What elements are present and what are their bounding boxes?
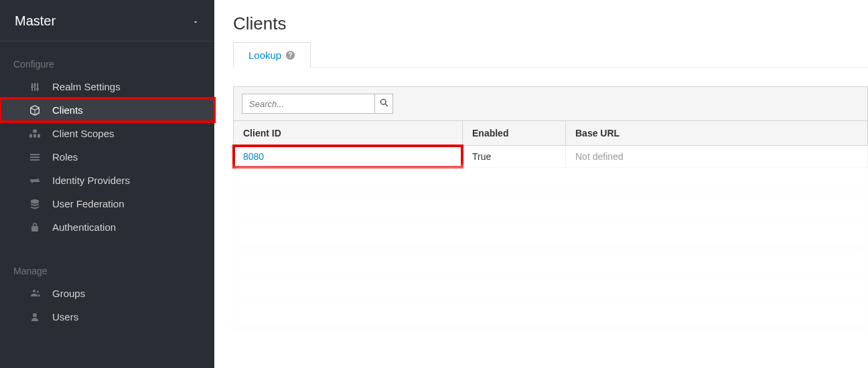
users-icon [29, 288, 40, 299]
blurred-rows [233, 168, 868, 329]
sidebar-item-label: User Federation [52, 198, 125, 209]
sliders-icon [29, 82, 40, 92]
th-enabled[interactable]: Enabled [463, 121, 566, 146]
chevron-down-icon [192, 17, 200, 25]
lock-icon [29, 222, 40, 233]
sidebar-item-roles[interactable]: Roles [0, 145, 214, 169]
user-icon [29, 312, 40, 323]
sidebar-item-label: Roles [52, 151, 78, 163]
database-icon [29, 199, 40, 209]
search-input[interactable] [242, 94, 374, 114]
realm-name: Master [15, 13, 56, 29]
cell-client-id[interactable]: 8080 [234, 146, 463, 168]
sidebar-item-realm-settings[interactable]: Realm Settings [0, 75, 214, 98]
sidebar: Master Configure Realm Settings Clients … [0, 0, 214, 368]
sidebar-item-label: Clients [52, 104, 83, 116]
exchange-icon [29, 175, 40, 186]
clients-table: Client ID Enabled Base URL 8080 True Not… [233, 120, 868, 168]
main-content: Clients Lookup ? [214, 0, 868, 368]
sidebar-item-label: Authentication [52, 221, 116, 233]
clients-panel: Client ID Enabled Base URL 8080 True Not… [233, 86, 868, 329]
sidebar-section-configure: Configure [0, 41, 214, 75]
sidebar-item-label: Users [52, 311, 78, 323]
page-title: Clients [233, 13, 868, 34]
sidebar-item-groups[interactable]: Groups [0, 282, 214, 305]
tabs: Lookup ? [233, 42, 868, 68]
sidebar-item-authentication[interactable]: Authentication [0, 215, 214, 239]
search-icon [380, 98, 388, 109]
sidebar-item-label: Client Scopes [52, 128, 115, 139]
cell-base-url: Not defined [566, 146, 868, 168]
search-bar [233, 86, 868, 120]
cubes-icon [29, 128, 40, 139]
cube-icon [29, 105, 40, 116]
th-base-url[interactable]: Base URL [566, 121, 868, 146]
sidebar-item-label: Realm Settings [52, 81, 121, 92]
sidebar-item-client-scopes[interactable]: Client Scopes [0, 122, 214, 145]
sidebar-section-manage: Manage [0, 239, 214, 282]
sidebar-item-users[interactable]: Users [0, 305, 214, 329]
table-header-row: Client ID Enabled Base URL [234, 121, 868, 146]
svg-text:?: ? [289, 52, 293, 59]
realm-selector[interactable]: Master [0, 0, 214, 41]
th-client-id[interactable]: Client ID [234, 121, 463, 146]
tab-lookup[interactable]: Lookup ? [233, 42, 311, 68]
tab-label: Lookup [248, 50, 281, 61]
table-row: 8080 True Not defined [234, 146, 868, 168]
list-icon [29, 152, 40, 163]
cell-enabled: True [463, 146, 566, 168]
sidebar-item-label: Groups [52, 288, 85, 299]
help-icon[interactable]: ? [285, 50, 295, 60]
sidebar-item-identity-providers[interactable]: Identity Providers [0, 169, 214, 192]
sidebar-item-label: Identity Providers [52, 175, 130, 186]
sidebar-item-user-federation[interactable]: User Federation [0, 192, 214, 215]
sidebar-item-clients[interactable]: Clients [0, 98, 214, 122]
search-button[interactable] [374, 94, 393, 114]
